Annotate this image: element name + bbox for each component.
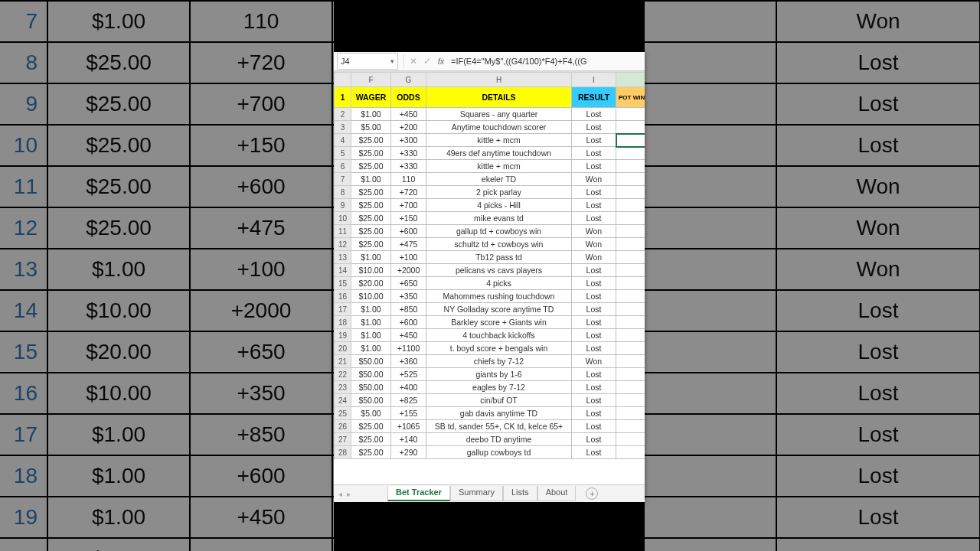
formula-input[interactable] xyxy=(448,54,645,69)
cell-result[interactable]: Lost xyxy=(572,407,616,420)
cell-odds[interactable]: +600 xyxy=(391,225,426,238)
cell-details[interactable]: Barkley score + Giants win xyxy=(426,316,572,329)
row-header[interactable]: 5 xyxy=(335,147,351,160)
cell-potwin[interactable] xyxy=(616,394,645,407)
row-header[interactable]: 25 xyxy=(335,407,351,420)
row-header[interactable]: 27 xyxy=(335,433,351,446)
cell-result[interactable]: Won xyxy=(572,355,616,368)
cell-odds[interactable]: +330 xyxy=(391,160,426,173)
cell-potwin[interactable] xyxy=(616,303,645,316)
row-header[interactable]: 24 xyxy=(335,394,351,407)
cell-details[interactable]: giants by 1-6 xyxy=(426,368,572,381)
cell-odds[interactable]: +475 xyxy=(391,238,426,251)
cell-details[interactable]: pelicans vs cavs players xyxy=(426,264,572,277)
cell-result[interactable]: Lost xyxy=(572,342,616,355)
cell-details[interactable]: 4 picks xyxy=(426,277,572,290)
row-header[interactable]: 18 xyxy=(335,316,351,329)
row-header[interactable]: 22 xyxy=(335,368,351,381)
sheet-nav-buttons[interactable]: ◂ ▸ xyxy=(338,490,351,498)
cell-result[interactable]: Lost xyxy=(572,316,616,329)
cell-potwin[interactable] xyxy=(616,199,645,212)
sheet-tab-about[interactable]: About xyxy=(537,486,577,501)
row-header[interactable]: 16 xyxy=(335,290,351,303)
cell-result[interactable]: Lost xyxy=(572,264,616,277)
cell-potwin[interactable] xyxy=(616,433,645,446)
cell-result[interactable]: Lost xyxy=(572,212,616,225)
cell-result[interactable]: Lost xyxy=(572,160,616,173)
cell-details[interactable]: t. boyd score + bengals win xyxy=(426,342,572,355)
cell-result[interactable]: Lost xyxy=(572,303,616,316)
cell-result[interactable]: Lost xyxy=(572,446,616,459)
cell-potwin[interactable] xyxy=(616,446,645,459)
cell-wager[interactable]: $25.00 xyxy=(351,199,391,212)
cell-potwin[interactable] xyxy=(616,277,645,290)
cell-wager[interactable]: $25.00 xyxy=(351,160,391,173)
cell-details[interactable]: 2 pick parlay xyxy=(426,186,572,199)
cell-odds[interactable]: +150 xyxy=(391,212,426,225)
row-header[interactable]: 23 xyxy=(335,381,351,394)
sheet-tab-bet-tracker[interactable]: Bet Tracker xyxy=(387,486,450,501)
cell-wager[interactable]: $1.00 xyxy=(351,173,391,186)
cell-result[interactable]: Lost xyxy=(572,394,616,407)
cell-result[interactable]: Lost xyxy=(572,290,616,303)
nav-next-icon[interactable]: ▸ xyxy=(347,490,351,498)
cell-odds[interactable]: +155 xyxy=(391,407,426,420)
cell-potwin[interactable] xyxy=(616,290,645,303)
cell-wager[interactable]: $1.00 xyxy=(351,251,391,264)
col-header-H[interactable]: H xyxy=(426,73,572,87)
cell-details[interactable]: ekeler TD xyxy=(426,173,572,186)
cell-result[interactable]: Lost xyxy=(572,420,616,433)
cell-potwin[interactable] xyxy=(616,342,645,355)
row-header[interactable]: 10 xyxy=(335,212,351,225)
cell-wager[interactable]: $25.00 xyxy=(351,446,391,459)
cell-odds[interactable]: +100 xyxy=(391,251,426,264)
cell-odds[interactable]: +360 xyxy=(391,355,426,368)
cell-result[interactable]: Lost xyxy=(572,381,616,394)
cell-result[interactable]: Lost xyxy=(572,134,616,147)
cell-odds[interactable]: +450 xyxy=(391,329,426,342)
cell-details[interactable]: cin/buf OT xyxy=(426,394,572,407)
cell-potwin[interactable] xyxy=(616,355,645,368)
nav-prev-icon[interactable]: ◂ xyxy=(338,490,342,498)
cell-wager[interactable]: $25.00 xyxy=(351,225,391,238)
cell-details[interactable]: kittle + mcm xyxy=(426,160,572,173)
cell-odds[interactable]: +650 xyxy=(391,277,426,290)
cell-odds[interactable]: +450 xyxy=(391,108,426,121)
cell-wager[interactable]: $50.00 xyxy=(351,394,391,407)
cell-potwin[interactable] xyxy=(616,160,645,173)
cell-potwin[interactable] xyxy=(616,407,645,420)
cell-wager[interactable]: $25.00 xyxy=(351,147,391,160)
cell-potwin[interactable] xyxy=(616,238,645,251)
cell-result[interactable]: Won xyxy=(572,251,616,264)
cell-odds[interactable]: +290 xyxy=(391,446,426,459)
header-odds[interactable]: ODDS xyxy=(391,87,426,108)
cell-details[interactable]: NY Golladay score anytime TD xyxy=(426,303,572,316)
row-header[interactable]: 28 xyxy=(335,446,351,459)
cell-result[interactable]: Won xyxy=(572,238,616,251)
cell-wager[interactable]: $25.00 xyxy=(351,238,391,251)
cell-wager[interactable]: $25.00 xyxy=(351,420,391,433)
cell-odds[interactable]: +140 xyxy=(391,433,426,446)
cell-odds[interactable]: +200 xyxy=(391,121,426,134)
cell-details[interactable]: Squares - any quarter xyxy=(426,108,572,121)
cell-potwin[interactable] xyxy=(616,186,645,199)
header-details[interactable]: DETAILS xyxy=(426,87,572,108)
sheet-tab-summary[interactable]: Summary xyxy=(450,486,503,501)
cell-wager[interactable]: $5.00 xyxy=(351,407,391,420)
cell-wager[interactable]: $5.00 xyxy=(351,121,391,134)
row-header[interactable]: 6 xyxy=(335,160,351,173)
cell-odds[interactable]: +400 xyxy=(391,381,426,394)
cell-potwin[interactable] xyxy=(616,264,645,277)
cell-details[interactable]: Tb12 pass td xyxy=(426,251,572,264)
cell-wager[interactable]: $10.00 xyxy=(351,290,391,303)
cell-odds[interactable]: +1100 xyxy=(391,342,426,355)
row-header[interactable]: 11 xyxy=(335,225,351,238)
cell-potwin[interactable] xyxy=(616,329,645,342)
cell-result[interactable]: Lost xyxy=(572,199,616,212)
cell-details[interactable]: 4 picks - Hill xyxy=(426,199,572,212)
row-header-1[interactable]: 1 xyxy=(335,87,351,108)
header-result[interactable]: RESULT xyxy=(572,87,616,108)
cell-odds[interactable]: +2000 xyxy=(391,264,426,277)
cell-result[interactable]: Lost xyxy=(572,277,616,290)
cell-wager[interactable]: $50.00 xyxy=(351,368,391,381)
